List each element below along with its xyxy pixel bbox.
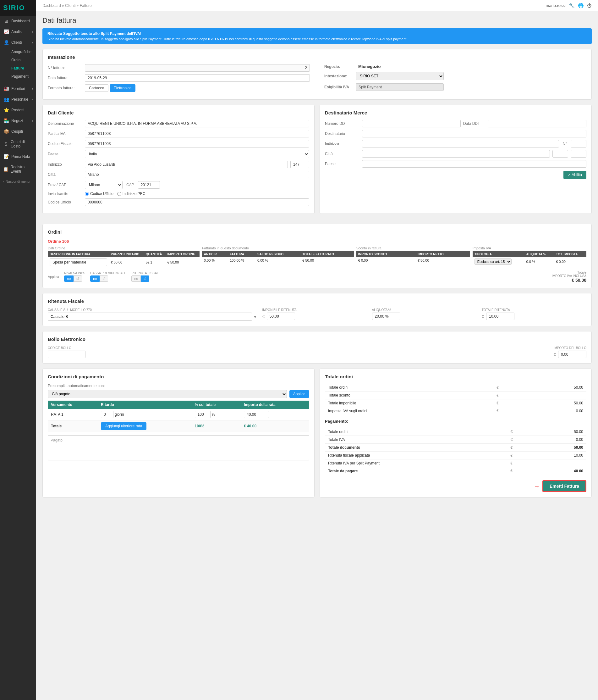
indirizzo-input[interactable] — [85, 161, 288, 168]
sidebar-item-pagamenti[interactable]: Pagamenti — [0, 72, 36, 80]
causale-input[interactable] — [48, 312, 252, 321]
aliquota-rit-input[interactable] — [372, 312, 400, 320]
codice-ufficio-radio[interactable] — [85, 192, 89, 196]
totale-sconto-val — [528, 392, 587, 399]
aliquota-rit-label: ALIQUOTA % — [372, 308, 477, 311]
data-ddt-input[interactable] — [488, 120, 587, 127]
page-title: Dati fattura — [43, 16, 592, 25]
abilita-button[interactable]: ✓ Abilita — [564, 171, 587, 179]
table-row: Ritenuta fiscale applicata € 10.00 — [325, 452, 587, 459]
sidebar-item-personale[interactable]: 👥 Personale › — [0, 94, 36, 105]
sidebar-item-fatture[interactable]: Fatture — [0, 64, 36, 72]
emetti-fattura-button[interactable]: Emetti Fattura — [542, 480, 587, 492]
ritardo-input[interactable] — [101, 411, 113, 418]
totale-rit-label: TOTALE RITENUTA — [482, 308, 587, 311]
sidebar-item-clienti[interactable]: 👤 Clienti › — [0, 37, 36, 48]
citta-input[interactable] — [85, 171, 309, 178]
formato-label: Formato fattura: — [48, 86, 82, 90]
citta-dest-input[interactable] — [362, 150, 550, 157]
totale-sconto-label: Totale sconto — [325, 392, 493, 399]
sidebar-item-ordini[interactable]: Ordini — [0, 56, 36, 64]
codice-ufficio-radio-label[interactable]: Codice Ufficio — [85, 192, 113, 196]
numero-fattura-input[interactable] — [85, 64, 310, 72]
codice-bollo-input[interactable] — [48, 351, 85, 358]
descrizione-cell[interactable] — [50, 258, 107, 266]
prodotti-icon: ⭐ — [3, 107, 9, 112]
chevron-right-icon: › — [32, 30, 33, 34]
paese-dest-input[interactable] — [362, 160, 587, 168]
partita-iva-input[interactable] — [85, 130, 309, 138]
cassa-si-button[interactable]: sì — [100, 275, 108, 282]
analisi-icon: 📈 — [3, 29, 9, 34]
pagamento-table: Versamento Ritardo % sul totale Importo … — [48, 401, 309, 432]
sidebar-item-cespiti[interactable]: 📦 Cespiti — [0, 126, 36, 137]
aggiungi-rata-button[interactable]: Aggiungi ulteriore rata — [101, 422, 147, 430]
globe-icon[interactable]: 🌐 — [578, 3, 584, 8]
ritenuta-no-button[interactable]: no — [131, 275, 141, 282]
causale-dropdown-icon[interactable]: ▼ — [253, 315, 257, 319]
applica-pagamento-button[interactable]: Applica — [289, 390, 309, 398]
col-importo: IMPORTO ORDINE — [165, 251, 200, 257]
codice-fiscale-input[interactable] — [85, 140, 309, 148]
indirizzo-dest-label: Indirizzo — [325, 142, 360, 146]
pec-radio-label[interactable]: Indirizzo PEC — [117, 192, 146, 196]
totale-rit-input[interactable] — [486, 312, 514, 320]
cassa-no-button[interactable]: no — [90, 275, 100, 282]
col-netto: IMPORTO NETTO — [416, 251, 470, 257]
chevron-right-icon: › — [32, 41, 33, 44]
hide-menu-button[interactable]: ‹ Nascondi menu — [0, 176, 36, 186]
partita-iva-label: Partita IVA — [48, 131, 82, 136]
sidebar-item-primanota[interactable]: 📝 Prima Nota — [0, 151, 36, 162]
intestazione-select[interactable]: SIRIO SET — [356, 72, 444, 80]
wrench-icon[interactable]: 🔧 — [569, 3, 575, 8]
data-fattura-input[interactable] — [85, 74, 310, 82]
pag-split-label: Ritenuta IVA per Split Payment — [325, 459, 507, 467]
sidebar-item-prodotti[interactable]: ⭐ Prodotti — [0, 105, 36, 116]
precompila-select[interactable]: Già pagato — [48, 390, 287, 398]
dati-cliente-section: Dati Cliente Denominazione Partita IVA C… — [43, 105, 315, 214]
importo-rata-input[interactable] — [244, 411, 269, 418]
power-icon[interactable]: ⏻ — [587, 3, 592, 8]
tipologia-select[interactable]: Escluse ex art. 15 — [474, 258, 512, 265]
sidebar-item-registro[interactable]: 📋 Registro Eventi — [0, 162, 36, 176]
sidebar-item-centri[interactable]: $ Centri di Costo — [0, 137, 36, 151]
table-row: Escluse ex art. 15 0.0 % € 0.00 — [473, 257, 587, 266]
pct-input[interactable] — [195, 411, 211, 418]
imponibile-input[interactable] — [267, 312, 295, 320]
ritenuta-si-button[interactable]: sì — [141, 275, 149, 282]
cap-dest-input[interactable] — [571, 150, 587, 157]
cap-input[interactable] — [138, 181, 160, 189]
dati-cliente-title: Dati Cliente — [48, 110, 309, 116]
n-dest-input[interactable] — [571, 140, 587, 148]
formato-elettronica-button[interactable]: Elettronica — [110, 84, 136, 92]
pec-radio[interactable] — [117, 192, 121, 196]
chevron-right-icon: › — [32, 119, 33, 123]
table-row: Totale IVA € 0.00 — [325, 436, 587, 444]
importo-bollo-input[interactable] — [558, 351, 587, 358]
destinatario-input[interactable] — [362, 130, 587, 138]
denominazione-input[interactable] — [85, 120, 309, 127]
sidebar-item-anagrafiche[interactable]: Anagrafiche — [0, 48, 36, 56]
giorni-label: giorni — [115, 412, 124, 417]
fatturato-label: Fatturato in questo documento — [202, 246, 354, 250]
civico-input[interactable] — [290, 161, 309, 168]
codice-ufficio-input[interactable] — [85, 198, 309, 206]
sidebar-item-negozi[interactable]: 🏪 Negozi › — [0, 116, 36, 126]
numero-ddt-input[interactable] — [362, 120, 461, 127]
sidebar-item-fornitori[interactable]: 🏭 Fornitori › — [0, 83, 36, 94]
rivalsa-no-button[interactable]: no — [64, 275, 74, 282]
indirizzo-dest-input[interactable] — [362, 140, 559, 148]
formato-cartacea-button[interactable]: Cartacea — [85, 84, 108, 92]
fornitori-icon: 🏭 — [3, 86, 9, 91]
rivalsa-si-button[interactable]: sì — [74, 275, 82, 282]
provincia-select[interactable]: Milano — [85, 181, 123, 189]
bollo-row: CODICE BOLLO IMPORTO DEL BOLLO € — [48, 346, 587, 358]
pag-totale-doc-label: Totale documento — [325, 444, 507, 452]
sidebar-item-dashboard[interactable]: ⊞ Dashboard — [0, 16, 36, 26]
imposta-iva-val: 0.00 — [528, 407, 587, 415]
prov-dest-input[interactable] — [552, 150, 568, 157]
esigibilita-label: Esigibilità IVA — [324, 85, 356, 89]
totale-imponibile-val: 50.00 — [528, 399, 587, 407]
paese-select[interactable]: Italia — [85, 150, 309, 158]
sidebar-item-analisi[interactable]: 📈 Analisi › — [0, 26, 36, 37]
